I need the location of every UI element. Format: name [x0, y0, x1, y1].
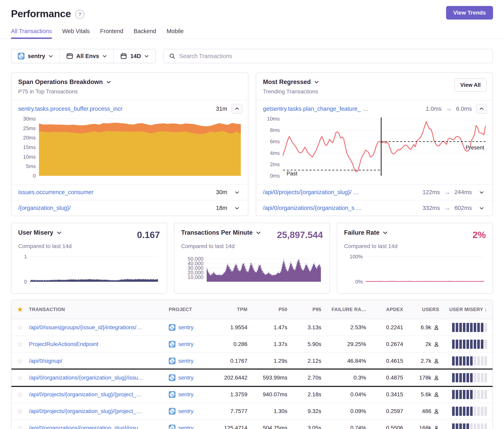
env-filter[interactable]: All Envs — [60, 49, 113, 63]
expand-button[interactable] — [476, 190, 487, 195]
span-ops-title: Span Operations Breakdown — [18, 79, 103, 86]
p95-value: 5.90s — [288, 341, 323, 347]
p50-value: 1.37s — [249, 341, 288, 347]
column-header-transaction[interactable]: TRANSACTION — [29, 307, 169, 312]
metric-title: Transactions Per Minute — [181, 229, 252, 236]
p50-value: 1.30s — [249, 408, 288, 414]
collapse-button[interactable] — [232, 104, 243, 114]
expand-button[interactable] — [232, 190, 243, 195]
filter-bar: sentry All Envs 14D — [11, 49, 493, 63]
span-op-link[interactable]: /{organization_slug}/ — [18, 205, 212, 211]
most-regressed-panel: Most Regressed Trending Transactions Vie… — [256, 72, 493, 216]
favorite-star-button[interactable]: ☆ — [17, 341, 23, 348]
expand-button[interactable] — [476, 206, 487, 210]
column-header-user-misery[interactable]: USER MISERY ↓ — [440, 307, 493, 312]
transaction-link[interactable]: /api/0/projects/{organization_slug}/{pro… — [29, 391, 165, 398]
transaction-link[interactable]: /api/0/organizations/{organization_slug}… — [29, 425, 165, 429]
column-header-p95[interactable]: P95 — [288, 307, 323, 312]
metric-title-dropdown[interactable]: Failure Rate — [344, 229, 388, 236]
apdex-value: 0.2597 — [367, 408, 404, 414]
svg-text:20ms: 20ms — [23, 135, 36, 141]
project-link[interactable]: sentry — [178, 324, 193, 331]
user-misery-bars — [452, 407, 487, 416]
most-regressed-subtitle: Trending Transactions — [263, 88, 319, 95]
tab-bar: All TransactionsWeb VitalsFrontendBacken… — [11, 28, 493, 38]
collapse-button[interactable] — [476, 104, 487, 114]
tab[interactable]: Backend — [134, 28, 156, 38]
favorites-column-star-icon[interactable]: ★ — [17, 306, 24, 313]
project-link[interactable]: sentry — [178, 341, 193, 347]
date-range-filter[interactable]: 14D — [113, 49, 155, 63]
column-header-p50[interactable]: P50 — [249, 307, 288, 312]
transaction-link[interactable]: /api/0/organizations/{organization_slug}… — [29, 375, 165, 381]
chevron-down-icon — [144, 54, 149, 59]
metric-chart: 100%0% — [344, 254, 486, 289]
tab[interactable]: Mobile — [167, 28, 183, 38]
view-all-button[interactable]: View All — [454, 79, 487, 92]
tab[interactable]: All Transactions — [11, 28, 52, 38]
project-link[interactable]: sentry — [178, 375, 193, 381]
metric-subtitle: Compared to last 14d — [18, 243, 160, 249]
tab[interactable]: Frontend — [100, 28, 123, 38]
favorite-star-button[interactable]: ☆ — [17, 324, 23, 331]
tab[interactable]: Web Vitals — [62, 28, 90, 38]
p95-value: 3.05s — [288, 425, 323, 429]
help-icon[interactable]: ? — [75, 10, 84, 19]
table-row: ☆ /api/0/organizations/{organization_slu… — [11, 369, 493, 386]
span-op-value: 18m — [216, 205, 227, 211]
svg-text:8ms: 8ms — [270, 127, 280, 133]
failure-rate-value: 0.09% — [323, 408, 367, 414]
regressed-row: /api/0/projects/{organization_slug}/ … 1… — [256, 184, 493, 200]
column-header-project[interactable]: PROJECT — [169, 307, 216, 312]
most-regressed-chart: 0ms2ms4ms6ms8ms10msPastPresent — [261, 116, 487, 183]
project-link[interactable]: sentry — [178, 408, 193, 414]
span-op-link[interactable]: issues.occurrence_consumer — [18, 189, 212, 196]
span-ops-title-dropdown[interactable]: Span Operations Breakdown — [18, 79, 111, 86]
metric-title-dropdown[interactable]: Transactions Per Minute — [181, 229, 261, 236]
view-trends-button[interactable]: View Trends — [446, 6, 493, 19]
regressed-transaction-link[interactable]: getsentry.tasks.plan_change_feature_ … — [263, 105, 421, 112]
project-link[interactable]: sentry — [178, 358, 193, 364]
transaction-link[interactable]: /api/0/projects/{organization_slug}/{pro… — [29, 408, 165, 414]
project-link[interactable]: sentry — [178, 425, 193, 429]
most-regressed-title-dropdown[interactable]: Most Regressed — [263, 79, 319, 86]
favorite-star-button[interactable]: ☆ — [17, 358, 23, 364]
span-op-link[interactable]: sentry.tasks.process_buffer.process_incr — [18, 105, 212, 112]
svg-text:0ms: 0ms — [270, 173, 280, 179]
tpm-value: 0.286 — [216, 341, 249, 347]
trend-arrow-icon: → — [444, 205, 450, 211]
metric-value: 25,897.544 — [277, 229, 323, 240]
column-header-failure-rate[interactable]: FAILURE RA… — [323, 307, 367, 312]
transactions-table: ★ TRANSACTION PROJECT TPM P50 P95 FAILUR… — [11, 300, 493, 429]
metric-title-dropdown[interactable]: User Misery — [18, 229, 62, 236]
column-header-users[interactable]: USERS — [404, 307, 440, 312]
p50-value: 504.75ms — [249, 425, 288, 429]
regressed-transaction-link[interactable]: /api/0/organizations/{organization_s … — [263, 205, 418, 211]
metric-value: 0.167 — [137, 229, 160, 240]
favorite-star-button[interactable]: ☆ — [17, 425, 23, 429]
project-link[interactable]: sentry — [178, 391, 193, 398]
python-project-icon — [169, 425, 176, 429]
expand-button[interactable] — [232, 206, 243, 210]
user-icon — [434, 341, 439, 347]
svg-text:10,000: 10,000 — [188, 274, 204, 280]
users-count: 6.9k — [421, 324, 431, 331]
project-filter[interactable]: sentry — [11, 49, 60, 63]
python-project-icon — [169, 341, 176, 348]
users-count: 486 — [422, 408, 431, 414]
transaction-link[interactable]: /api/0/signup/ — [29, 358, 165, 364]
chevron-up-icon — [235, 106, 239, 111]
favorite-star-button[interactable]: ☆ — [17, 391, 23, 398]
column-header-apdex[interactable]: APDEX — [367, 307, 404, 312]
transaction-link[interactable]: ProjectRuleActionsEndpoint — [29, 341, 165, 347]
transaction-link[interactable]: /api/0/issues|groups/{issue_id}/integrat… — [29, 324, 165, 331]
user-misery-bars — [452, 356, 487, 366]
favorite-star-button[interactable]: ☆ — [17, 374, 23, 381]
regressed-transaction-link[interactable]: /api/0/projects/{organization_slug}/ … — [263, 189, 418, 196]
favorite-star-button[interactable]: ☆ — [17, 408, 23, 415]
failure-rate-value: 0.3% — [323, 375, 367, 381]
python-project-icon — [169, 324, 176, 331]
search-input[interactable] — [179, 53, 487, 60]
column-header-tpm[interactable]: TPM — [216, 307, 249, 312]
svg-text:10ms: 10ms — [267, 116, 280, 122]
